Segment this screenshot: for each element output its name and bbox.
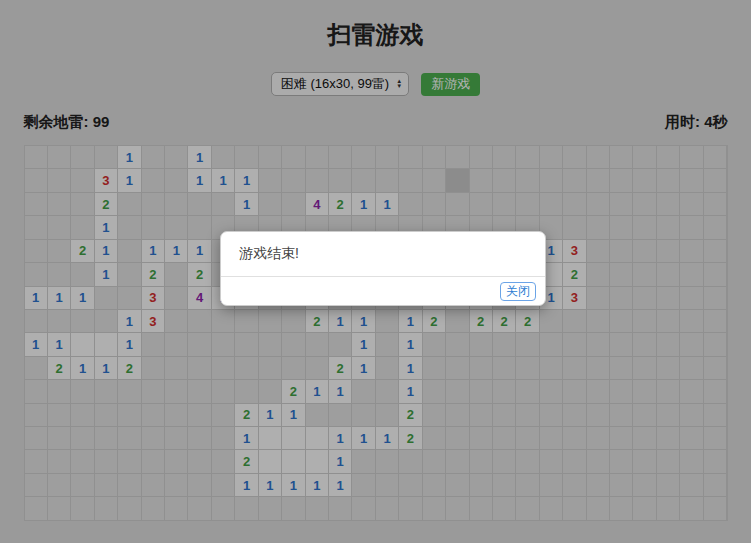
dialog-message: 游戏结束!: [221, 232, 545, 276]
close-button[interactable]: 关闭: [500, 282, 536, 301]
dialog-footer: 关闭: [221, 276, 545, 305]
game-over-dialog: 游戏结束! 关闭: [220, 231, 546, 306]
